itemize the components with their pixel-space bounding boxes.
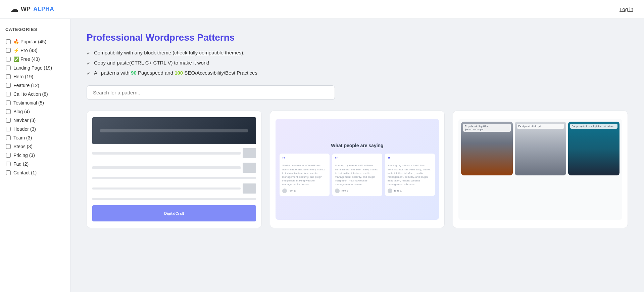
category-label-contact: Contact (1) bbox=[13, 170, 37, 175]
card1-hero-img bbox=[92, 117, 256, 144]
logo-wp: WP bbox=[21, 6, 31, 13]
category-text-header: Header (3) bbox=[13, 126, 36, 132]
top-navigation: ☁ WP ALPHA Log in bbox=[0, 0, 644, 19]
category-text-testimonial: Testimonial (5) bbox=[13, 100, 44, 106]
checkbox-team[interactable] bbox=[6, 135, 11, 140]
checkbox-pricing[interactable] bbox=[6, 153, 11, 158]
card3-img-label-3: Saepe sapiente a voluptatem aut ratione bbox=[570, 124, 617, 129]
card2-preview: What people are saying " Starting my rol… bbox=[276, 119, 439, 220]
sidebar-item-team[interactable]: Team (3) bbox=[5, 133, 65, 142]
search-input[interactable] bbox=[87, 85, 335, 100]
card3-img-2: Ex atque et ut iste quia bbox=[515, 122, 566, 175]
login-link[interactable]: Log in bbox=[620, 6, 633, 12]
card1-row-2 bbox=[92, 161, 256, 174]
category-text-blog: Blog (4) bbox=[13, 109, 30, 114]
card1-text-4 bbox=[92, 187, 241, 190]
checkbox-feature[interactable] bbox=[6, 83, 11, 88]
card2-quote-3: " Starting my role as a freed from admin… bbox=[385, 154, 435, 196]
category-text-pricing: Pricing (3) bbox=[13, 153, 35, 158]
checkbox-faq[interactable] bbox=[6, 162, 11, 166]
card3-img-label-2: Ex atque et ut iste quia bbox=[517, 124, 564, 129]
avatar-2 bbox=[335, 189, 340, 193]
category-text-hero: Hero (19) bbox=[13, 74, 33, 79]
checkbox-blog[interactable] bbox=[6, 109, 11, 114]
category-text-free: Free (43) bbox=[20, 56, 40, 62]
category-label-blog: Blog (4) bbox=[13, 109, 30, 114]
category-text-cta: Call to Action (8) bbox=[13, 91, 48, 97]
check-icon-3: ✓ bbox=[87, 71, 91, 76]
category-text-pro: Pro (43) bbox=[20, 48, 38, 53]
sidebar-item-header[interactable]: Header (3) bbox=[5, 125, 65, 133]
feature-compat-text: Compatibility with any block theme (chec… bbox=[94, 50, 245, 55]
card3-img-1: Reprehenderit qui illum ipsum cum magni bbox=[461, 122, 512, 175]
checkbox-steps[interactable] bbox=[6, 144, 11, 149]
quote-text-2: Starting my role as a WordPress administ… bbox=[335, 164, 380, 186]
checkbox-header[interactable] bbox=[6, 127, 11, 131]
author-2: Tom S. bbox=[335, 189, 380, 193]
card3-img-label-1: Reprehenderit qui illum ipsum cum magni bbox=[463, 124, 510, 132]
sidebar-item-faq[interactable]: Faq (2) bbox=[5, 160, 65, 168]
sidebar-item-pro[interactable]: ⚡Pro (43) bbox=[5, 46, 65, 55]
checkbox-cta[interactable] bbox=[6, 92, 11, 96]
checkbox-landing-page[interactable] bbox=[6, 66, 11, 70]
checkbox-free[interactable] bbox=[6, 57, 11, 61]
checkbox-navbar[interactable] bbox=[6, 118, 11, 123]
pattern-card-landing[interactable]: DigitalCraft bbox=[87, 111, 262, 228]
category-label-hero: Hero (19) bbox=[13, 74, 33, 79]
sidebar-item-contact[interactable]: Contact (1) bbox=[5, 168, 65, 177]
avatar-3 bbox=[388, 189, 392, 193]
card1-img-3 bbox=[243, 183, 256, 194]
logo[interactable]: ☁ WP ALPHA bbox=[11, 5, 54, 14]
card1-row-4 bbox=[92, 182, 256, 195]
category-label-faq: Faq (2) bbox=[13, 161, 29, 167]
category-text-team: Team (3) bbox=[13, 135, 32, 140]
quote-text-1: Starting my role as a WordPress administ… bbox=[282, 164, 327, 186]
categories-title: CATEGORIES bbox=[5, 27, 65, 32]
pattern-card-hero[interactable]: Reprehenderit qui illum ipsum cum magni … bbox=[453, 111, 628, 228]
sidebar-item-free[interactable]: ✅Free (43) bbox=[5, 55, 65, 64]
check-icon-2: ✓ bbox=[87, 60, 91, 66]
card2-quotes: " Starting my role as a WordPress admini… bbox=[280, 154, 435, 196]
compat-link[interactable]: check fully compatible themes bbox=[174, 50, 241, 55]
sidebar-item-cta[interactable]: Call to Action (8) bbox=[5, 90, 65, 98]
category-text-contact: Contact (1) bbox=[13, 170, 37, 175]
card1-img-1 bbox=[243, 148, 256, 158]
card2-quote-1: " Starting my role as a WordPress admini… bbox=[280, 154, 330, 196]
checkbox-testimonial[interactable] bbox=[6, 100, 11, 105]
avatar-1 bbox=[282, 189, 287, 193]
patterns-grid: DigitalCraft What people are saying " St… bbox=[87, 111, 628, 228]
sidebar-item-navbar[interactable]: Navbar (3) bbox=[5, 116, 65, 125]
pattern-card-testimonial[interactable]: What people are saying " Starting my rol… bbox=[270, 111, 445, 228]
checkbox-contact[interactable] bbox=[6, 170, 11, 175]
sidebar-item-landing-page[interactable]: Landing Page (19) bbox=[5, 64, 65, 72]
sidebar-item-popular[interactable]: 🔥Popular (45) bbox=[5, 37, 65, 46]
category-label-steps: Steps (3) bbox=[13, 144, 33, 149]
category-icon-pro: ⚡ bbox=[13, 48, 19, 53]
cloud-icon: ☁ bbox=[11, 5, 18, 14]
card1-text-1 bbox=[92, 152, 241, 155]
category-text-navbar: Navbar (3) bbox=[13, 118, 36, 123]
sidebar-item-pricing[interactable]: Pricing (3) bbox=[5, 151, 65, 160]
sidebar-item-blog[interactable]: Blog (4) bbox=[5, 107, 65, 116]
sidebar-item-testimonial[interactable]: Testimonial (5) bbox=[5, 98, 65, 107]
sidebar-item-hero[interactable]: Hero (19) bbox=[5, 72, 65, 81]
feature-compat: ✓ Compatibility with any block theme (ch… bbox=[87, 50, 628, 56]
author-name-3: Tom S. bbox=[394, 189, 402, 192]
card2-quote-2: " Starting my role as a WordPress admini… bbox=[332, 154, 382, 196]
author-name-1: Tom S. bbox=[288, 189, 297, 192]
score-100: 100 bbox=[175, 70, 183, 76]
checkbox-hero[interactable] bbox=[6, 74, 11, 79]
card1-bottom-label: DigitalCraft bbox=[164, 211, 184, 215]
sidebar-item-feature[interactable]: Feature (12) bbox=[5, 81, 65, 90]
checkbox-popular[interactable] bbox=[6, 39, 11, 44]
category-label-pro: ⚡Pro (43) bbox=[13, 48, 38, 53]
checkbox-pro[interactable] bbox=[6, 48, 11, 53]
main-content: Professional Wordpress Patterns ✓ Compat… bbox=[70, 19, 644, 292]
feature-list: ✓ Compatibility with any block theme (ch… bbox=[87, 50, 628, 76]
card1-hero bbox=[92, 117, 256, 144]
card3-images: Reprehenderit qui illum ipsum cum magni … bbox=[458, 119, 622, 178]
sidebar-item-steps[interactable]: Steps (3) bbox=[5, 142, 65, 151]
card1-row-1 bbox=[92, 147, 256, 160]
card1-img-2 bbox=[243, 163, 256, 173]
category-label-team: Team (3) bbox=[13, 135, 32, 140]
